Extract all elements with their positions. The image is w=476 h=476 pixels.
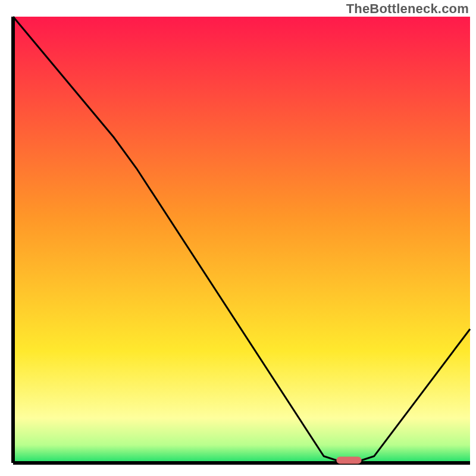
optimal-point-marker [336,457,361,464]
gradient-background [13,17,470,463]
bottleneck-chart [0,0,476,476]
chart-container: { "watermark": "TheBottleneck.com", "col… [0,0,476,476]
watermark-text: TheBottleneck.com [346,1,469,17]
